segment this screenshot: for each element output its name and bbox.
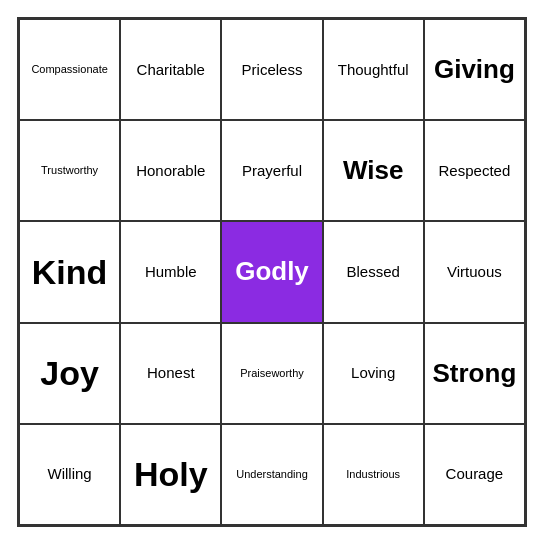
bingo-cell-18: Loving: [323, 323, 424, 424]
cell-text: Honorable: [136, 162, 205, 180]
cell-text: Charitable: [137, 61, 205, 79]
cell-text: Strong: [433, 358, 517, 389]
cell-text: Holy: [134, 454, 208, 495]
cell-text: Compassionate: [31, 63, 107, 76]
bingo-cell-4: Giving: [424, 19, 525, 120]
cell-text: Priceless: [242, 61, 303, 79]
cell-text: Respected: [439, 162, 511, 180]
cell-text: Courage: [446, 465, 504, 483]
bingo-cell-22: Understanding: [221, 424, 322, 525]
bingo-cell-24: Courage: [424, 424, 525, 525]
bingo-cell-10: Kind: [19, 221, 120, 322]
cell-text: Trustworthy: [41, 164, 98, 177]
cell-text: Giving: [434, 54, 515, 85]
bingo-cell-5: Trustworthy: [19, 120, 120, 221]
bingo-cell-2: Priceless: [221, 19, 322, 120]
cell-text: Understanding: [236, 468, 308, 481]
bingo-cell-20: Willing: [19, 424, 120, 525]
bingo-cell-13: Blessed: [323, 221, 424, 322]
bingo-cell-19: Strong: [424, 323, 525, 424]
bingo-cell-15: Joy: [19, 323, 120, 424]
bingo-cell-21: Holy: [120, 424, 221, 525]
cell-text: Kind: [32, 252, 108, 293]
bingo-cell-6: Honorable: [120, 120, 221, 221]
bingo-cell-12: Godly: [221, 221, 322, 322]
cell-text: Praiseworthy: [240, 367, 304, 380]
cell-text: Humble: [145, 263, 197, 281]
cell-text: Godly: [235, 256, 309, 287]
bingo-cell-1: Charitable: [120, 19, 221, 120]
bingo-cell-3: Thoughtful: [323, 19, 424, 120]
bingo-cell-0: Compassionate: [19, 19, 120, 120]
bingo-cell-16: Honest: [120, 323, 221, 424]
cell-text: Wise: [343, 155, 403, 186]
bingo-cell-9: Respected: [424, 120, 525, 221]
bingo-cell-17: Praiseworthy: [221, 323, 322, 424]
bingo-board: CompassionateCharitablePricelessThoughtf…: [17, 17, 527, 527]
cell-text: Virtuous: [447, 263, 502, 281]
bingo-cell-23: Industrious: [323, 424, 424, 525]
bingo-cell-11: Humble: [120, 221, 221, 322]
bingo-cell-7: Prayerful: [221, 120, 322, 221]
cell-text: Joy: [40, 353, 99, 394]
cell-text: Prayerful: [242, 162, 302, 180]
cell-text: Thoughtful: [338, 61, 409, 79]
cell-text: Industrious: [346, 468, 400, 481]
cell-text: Honest: [147, 364, 195, 382]
bingo-cell-8: Wise: [323, 120, 424, 221]
cell-text: Loving: [351, 364, 395, 382]
cell-text: Blessed: [347, 263, 400, 281]
bingo-cell-14: Virtuous: [424, 221, 525, 322]
cell-text: Willing: [48, 465, 92, 483]
